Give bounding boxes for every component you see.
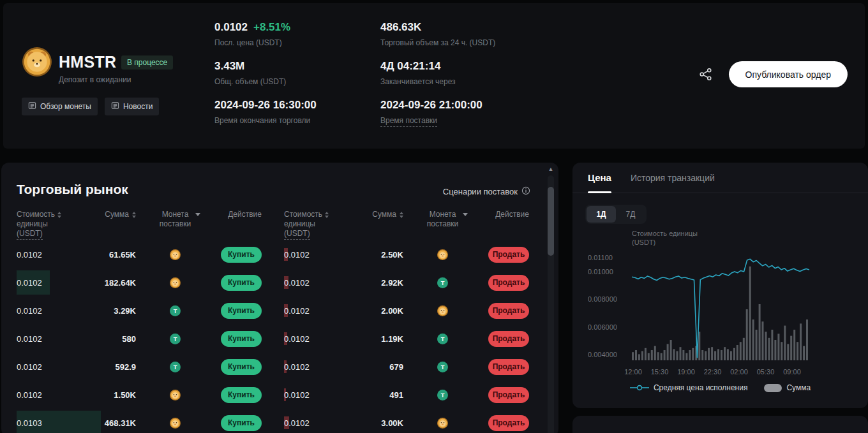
stat-label: Общ. объем (USDT) xyxy=(214,77,380,86)
sell-button[interactable]: Продать xyxy=(488,415,529,431)
buy-order-row: 0.0102182.64KКупить xyxy=(17,268,262,297)
order-amount: 679 xyxy=(335,362,403,372)
legend-amount: Сумма xyxy=(764,383,811,392)
coin-filter-dropdown[interactable]: Монета поставки xyxy=(136,210,214,240)
buy-button[interactable]: Купить xyxy=(221,387,262,403)
tab-transaction-history[interactable]: История транзакций xyxy=(631,163,715,193)
usdt-coin-icon: T xyxy=(403,277,482,288)
buy-button[interactable]: Купить xyxy=(221,359,262,375)
order-amount: 580 xyxy=(68,334,136,344)
info-icon xyxy=(521,186,530,197)
order-price: 0.0102 xyxy=(17,306,68,316)
line-marker-icon xyxy=(630,385,649,391)
sell-button[interactable]: Продать xyxy=(488,247,529,263)
buy-order-row: 0.010261.65KКупить xyxy=(17,240,262,268)
svg-text:0.008000: 0.008000 xyxy=(588,295,617,303)
buy-button[interactable]: Купить xyxy=(221,275,262,291)
range-7d-button[interactable]: 7Д xyxy=(616,206,645,223)
legend-avg-price-label: Средняя цена исполнения xyxy=(654,383,748,392)
sell-order-row: 0.01021.19KTПродать xyxy=(284,325,529,353)
buy-button[interactable]: Купить xyxy=(221,247,262,263)
svg-text:T: T xyxy=(441,279,445,286)
hmstr-coin-icon xyxy=(136,249,214,260)
sell-button[interactable]: Продать xyxy=(488,387,529,403)
stat-value: 3.43M xyxy=(214,60,380,73)
order-amount: 1.19K xyxy=(335,334,403,344)
svg-text:22:30: 22:30 xyxy=(704,368,722,376)
order-amount: 2.50K xyxy=(335,250,403,260)
document-icon xyxy=(28,101,36,112)
sell-order-row: 0.01022.50KПродать xyxy=(284,240,529,268)
hmstr-coin-icon xyxy=(403,305,482,316)
scroll-up-icon[interactable]: ▲ xyxy=(547,165,555,174)
price-panel: Цена История транзакций 1Д 7Д Стоимость … xyxy=(572,163,868,408)
column-header-price[interactable]: Стоимость единицы (USDT) xyxy=(284,210,335,240)
svg-text:09:00: 09:00 xyxy=(783,368,801,376)
order-price: 0.0102 xyxy=(17,390,68,400)
svg-text:02:00: 02:00 xyxy=(730,368,748,376)
sell-button[interactable]: Продать xyxy=(488,303,529,319)
sell-button[interactable]: Продать xyxy=(488,275,529,291)
column-header-action: Действие xyxy=(214,210,262,240)
stat-value: 4Д 04:21:14 xyxy=(380,60,591,73)
column-header-amount[interactable]: Сумма xyxy=(335,210,403,240)
buy-order-row: 0.0102580TКупить xyxy=(17,325,262,353)
order-amount: 3.00K xyxy=(335,418,403,428)
sell-table-header: Стоимость единицы (USDT)СуммаМонета пост… xyxy=(284,210,529,240)
market-title: Торговый рынок xyxy=(17,182,128,197)
scrollbar[interactable]: ▲ xyxy=(547,165,555,433)
range-1d-button[interactable]: 1Д xyxy=(587,206,616,223)
usdt-coin-icon: T xyxy=(136,334,214,344)
order-tables: Стоимость единицы (USDT)СуммаМонета пост… xyxy=(17,210,529,433)
caret-down-icon xyxy=(195,213,200,216)
publish-order-button[interactable]: Опубликовать ордер xyxy=(729,61,848,87)
buy-order-table: Стоимость единицы (USDT)СуммаМонета пост… xyxy=(17,210,262,433)
delivery-scenarios-link[interactable]: Сценарии поставок xyxy=(443,186,530,197)
stats-grid: 0.0102+8.51%Посл. цена (USDT)486.63KТорг… xyxy=(214,21,591,138)
buy-button[interactable]: Купить xyxy=(221,303,262,319)
sell-order-row: 0.0102491TПродать xyxy=(284,381,529,409)
order-price: 0.0102 xyxy=(284,250,335,260)
stat-label: Посл. цена (USDT) xyxy=(214,38,380,47)
deposit-status-text: Депозит в ожидании xyxy=(59,75,131,84)
price-chart: 0.011000.010000.0080000.0060000.00400012… xyxy=(572,226,868,383)
order-price: 0.0102 xyxy=(284,418,335,428)
column-header-amount[interactable]: Сумма xyxy=(68,210,136,240)
sell-button[interactable]: Продать xyxy=(488,331,529,347)
usdt-coin-icon: T xyxy=(403,362,482,372)
coin-filter-dropdown[interactable]: Монета поставки xyxy=(403,210,482,240)
share-icon[interactable] xyxy=(698,67,713,84)
coin-title: HMSTR xyxy=(59,53,116,71)
bar-marker-icon xyxy=(764,384,782,392)
buy-button[interactable]: Купить xyxy=(221,331,262,347)
sell-button[interactable]: Продать xyxy=(488,359,529,375)
buy-order-row: 0.01023.29KTКупить xyxy=(17,297,262,325)
volume-24h-stat: 486.63KТорговый объем за 24 ч. (USDT) xyxy=(380,21,591,60)
stat-value: 2024-09-26 16:30:00 xyxy=(214,99,380,112)
panel-tabs: Цена История транзакций xyxy=(572,163,868,193)
sell-order-row: 0.01022.92KTПродать xyxy=(284,268,529,297)
price-change: +8.51% xyxy=(253,21,290,33)
order-amount: 182.64K xyxy=(68,278,136,288)
buy-table-header: Стоимость единицы (USDT)СуммаМонета пост… xyxy=(17,210,262,240)
tab-price[interactable]: Цена xyxy=(588,163,611,193)
sell-order-table: Стоимость единицы (USDT)СуммаМонета пост… xyxy=(284,210,529,433)
column-header-price[interactable]: Стоимость единицы (USDT) xyxy=(17,210,68,240)
order-price: 0.0102 xyxy=(284,334,335,344)
buy-order-row: 0.0102592.9TКупить xyxy=(17,353,262,381)
order-amount: 2.92K xyxy=(335,278,403,288)
svg-text:T: T xyxy=(174,307,177,314)
news-label: Новости xyxy=(123,102,153,111)
news-button[interactable]: Новости xyxy=(105,98,159,115)
usdt-coin-icon: T xyxy=(136,362,214,372)
order-price: 0.0102 xyxy=(17,362,68,372)
scrollbar-thumb[interactable] xyxy=(548,187,554,256)
buy-button[interactable]: Купить xyxy=(221,415,262,431)
hmstr-coin-icon xyxy=(136,277,214,288)
trading-end-time-stat: 2024-09-26 16:30:00Время окончания торго… xyxy=(214,99,380,138)
next-panel-top xyxy=(572,416,868,433)
svg-text:19:00: 19:00 xyxy=(677,368,695,376)
coin-overview-button[interactable]: Обзор монеты xyxy=(22,98,98,115)
svg-text:05:30: 05:30 xyxy=(757,368,775,376)
order-price: 0.0103 xyxy=(17,418,68,428)
